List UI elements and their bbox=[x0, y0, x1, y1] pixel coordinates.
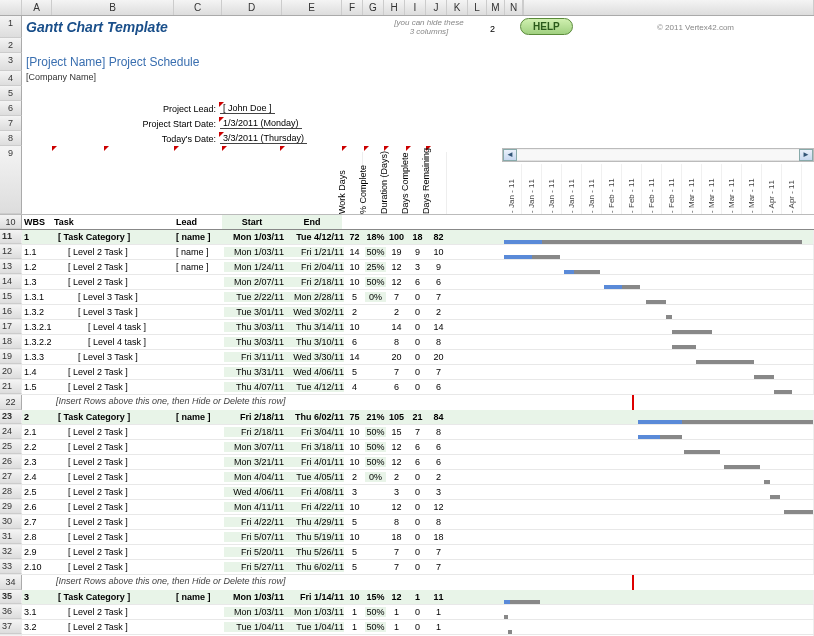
cell-days-remaining[interactable]: 8 bbox=[428, 337, 449, 347]
col-header-J[interactable]: J bbox=[426, 0, 447, 15]
cell-work-days[interactable]: 10 bbox=[344, 427, 365, 437]
row-header-35[interactable]: 35 bbox=[0, 590, 22, 604]
scroll-left-button[interactable]: ◄ bbox=[503, 149, 517, 161]
cell-days-remaining[interactable]: 9 bbox=[428, 262, 449, 272]
header-lead[interactable]: Lead bbox=[174, 215, 222, 229]
cell-days-complete[interactable]: 7 bbox=[407, 427, 428, 437]
cell-days-remaining[interactable]: 2 bbox=[428, 307, 449, 317]
cell-work-days[interactable]: 10 bbox=[344, 262, 365, 272]
cell-wbs[interactable]: 1.5 bbox=[24, 382, 54, 392]
cell-start[interactable]: Tue 1/04/11 bbox=[224, 622, 284, 632]
cell-start[interactable]: Mon 1/03/11 bbox=[224, 247, 284, 257]
cell-end[interactable]: Fri 4/08/11 bbox=[284, 487, 344, 497]
cell-pct-complete[interactable]: 0% bbox=[365, 292, 386, 302]
cell-work-days[interactable]: 10 bbox=[344, 277, 365, 287]
cell-start[interactable]: Fri 5/27/11 bbox=[224, 562, 284, 572]
cell-start[interactable]: Fri 5/20/11 bbox=[224, 547, 284, 557]
cell-wbs[interactable]: 1.1 bbox=[24, 247, 54, 257]
cell-end[interactable]: Fri 3/04/11 bbox=[284, 427, 344, 437]
cell-work-days[interactable]: 3 bbox=[344, 487, 365, 497]
cell-days-remaining[interactable]: 7 bbox=[428, 562, 449, 572]
cell-task[interactable]: [ Level 3 Task ] bbox=[54, 292, 176, 302]
cell-duration[interactable]: 2 bbox=[386, 472, 407, 482]
cell-duration[interactable]: 12 bbox=[386, 277, 407, 287]
cell-task[interactable]: [ Level 4 task ] bbox=[54, 322, 176, 332]
cell-duration[interactable]: 8 bbox=[386, 337, 407, 347]
cell-days-complete[interactable]: 1 bbox=[407, 592, 428, 602]
cell-task[interactable]: [ Level 2 Task ] bbox=[54, 367, 176, 377]
row-header-22[interactable]: 22 bbox=[0, 395, 22, 410]
cell-end[interactable]: Thu 3/14/11 bbox=[284, 322, 344, 332]
cell-duration[interactable]: 12 bbox=[386, 442, 407, 452]
cell-days-remaining[interactable]: 8 bbox=[428, 517, 449, 527]
cell-days-remaining[interactable]: 18 bbox=[428, 532, 449, 542]
cell-wbs[interactable]: 2.8 bbox=[24, 532, 54, 542]
cell-duration[interactable]: 7 bbox=[386, 292, 407, 302]
cell-duration[interactable]: 105 bbox=[386, 412, 407, 422]
cell-days-remaining[interactable]: 6 bbox=[428, 442, 449, 452]
row-header-25[interactable]: 25 bbox=[0, 440, 22, 454]
cell-end[interactable]: Tue 1/04/11 bbox=[284, 622, 344, 632]
cell-work-days[interactable]: 2 bbox=[344, 472, 365, 482]
cell-work-days[interactable]: 5 bbox=[344, 367, 365, 377]
cell-end[interactable]: Thu 5/19/11 bbox=[284, 532, 344, 542]
cell-task[interactable]: [ Level 2 Task ] bbox=[54, 382, 176, 392]
row-header-29[interactable]: 29 bbox=[0, 500, 22, 514]
cell-start[interactable]: Thu 4/07/11 bbox=[224, 382, 284, 392]
cell-start[interactable]: Mon 3/21/11 bbox=[224, 457, 284, 467]
cell-wbs[interactable]: 1.3 bbox=[24, 277, 54, 287]
cell-pct-complete[interactable]: 15% bbox=[365, 592, 386, 602]
cell-end[interactable]: Mon 1/03/11 bbox=[284, 607, 344, 617]
cell-days-complete[interactable]: 6 bbox=[407, 457, 428, 467]
row-header-12[interactable]: 12 bbox=[0, 245, 22, 259]
cell-days-complete[interactable]: 9 bbox=[407, 247, 428, 257]
cell-work-days[interactable]: 10 bbox=[344, 457, 365, 467]
project-today-value[interactable]: 3/3/2011 (Thursday) bbox=[220, 133, 307, 144]
cell-work-days[interactable]: 10 bbox=[344, 442, 365, 452]
row-header-2[interactable]: 2 bbox=[0, 38, 22, 53]
row-header-20[interactable]: 20 bbox=[0, 365, 22, 379]
cell-wbs[interactable]: 2.6 bbox=[24, 502, 54, 512]
cell-end[interactable]: Wed 3/30/11 bbox=[284, 352, 344, 362]
row-header-3[interactable]: 3 bbox=[0, 53, 22, 71]
cell-task[interactable]: [ Task Category ] bbox=[54, 592, 176, 602]
cell-pct-complete[interactable]: 25% bbox=[365, 262, 386, 272]
cell-lead[interactable]: [ name ] bbox=[176, 247, 224, 257]
cell-task[interactable]: [ Level 2 Task ] bbox=[54, 277, 176, 287]
cell-start[interactable]: Mon 2/07/11 bbox=[224, 277, 284, 287]
row-header-24[interactable]: 24 bbox=[0, 425, 22, 439]
cell-work-days[interactable]: 6 bbox=[344, 337, 365, 347]
cell-start[interactable]: Fri 5/07/11 bbox=[224, 532, 284, 542]
help-button[interactable]: HELP bbox=[520, 18, 573, 35]
cell-start[interactable]: Tue 3/01/11 bbox=[224, 307, 284, 317]
header-start[interactable]: Start bbox=[222, 215, 282, 229]
col-header-M[interactable]: M bbox=[487, 0, 505, 15]
gantt-scrollbar[interactable]: ◄ ► bbox=[502, 148, 814, 162]
cell-duration[interactable]: 14 bbox=[386, 322, 407, 332]
row-header-9[interactable]: 9 bbox=[0, 146, 22, 214]
cell-end[interactable]: Wed 3/02/11 bbox=[284, 307, 344, 317]
col-header-I[interactable]: I bbox=[405, 0, 426, 15]
cell-days-complete[interactable]: 0 bbox=[407, 472, 428, 482]
row-header-11[interactable]: 11 bbox=[0, 230, 22, 244]
cell-days-remaining[interactable]: 84 bbox=[428, 412, 449, 422]
cell-wbs[interactable]: 1.3.2 bbox=[24, 307, 54, 317]
cell-duration[interactable]: 20 bbox=[386, 352, 407, 362]
row-header-34[interactable]: 34 bbox=[0, 575, 22, 590]
row-header-7[interactable]: 7 bbox=[0, 116, 22, 131]
cell-lead[interactable]: [ name ] bbox=[176, 592, 224, 602]
cell-pct-complete[interactable]: 50% bbox=[365, 607, 386, 617]
cell-days-remaining[interactable]: 7 bbox=[428, 292, 449, 302]
cell-start[interactable]: Mon 1/03/11 bbox=[224, 592, 284, 602]
cell-work-days[interactable]: 5 bbox=[344, 292, 365, 302]
row-header-31[interactable]: 31 bbox=[0, 530, 22, 544]
cell-end[interactable]: Tue 4/05/11 bbox=[284, 472, 344, 482]
row-header-23[interactable]: 23 bbox=[0, 410, 22, 424]
cell-task[interactable]: [ Level 2 Task ] bbox=[54, 532, 176, 542]
cell-days-complete[interactable]: 3 bbox=[407, 262, 428, 272]
cell-task[interactable]: [ Level 2 Task ] bbox=[54, 472, 176, 482]
cell-days-complete[interactable]: 0 bbox=[407, 622, 428, 632]
cell-start[interactable]: Fri 3/11/11 bbox=[224, 352, 284, 362]
cell-days-complete[interactable]: 0 bbox=[407, 532, 428, 542]
cell-wbs[interactable]: 2.5 bbox=[24, 487, 54, 497]
